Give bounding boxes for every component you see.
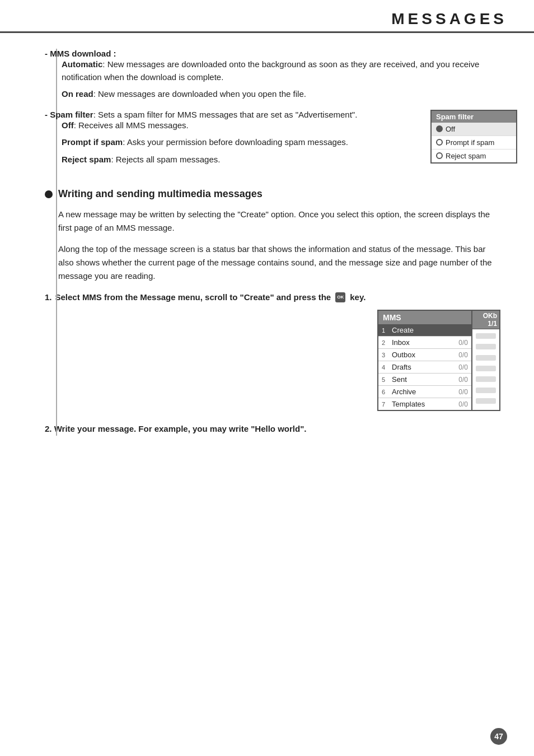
mms-download-section: - MMS download : Automatic: New messages… xyxy=(34,49,500,101)
mms-menu-container: MMS 1 Create 2 Inbox 0/0 xyxy=(45,310,500,411)
writing-para2: Along the top of the message screen is a… xyxy=(58,242,500,283)
prompt-term: Prompt if spam xyxy=(62,137,123,147)
automatic-desc: : New messages are downloaded onto the b… xyxy=(62,59,479,82)
step-2-num: 2. xyxy=(45,424,52,433)
ok-bar-line-2 xyxy=(476,344,496,349)
ok-bar-line-4 xyxy=(476,366,496,371)
mms-row-4-name: Drafts xyxy=(392,363,456,371)
spam-filter-prompt-label: Prompt if spam xyxy=(446,138,494,147)
ok-bar-line-5 xyxy=(476,376,496,382)
mms-row-5-num: 5 xyxy=(382,376,390,383)
ok-bar-label: OKb1/1 xyxy=(472,311,499,329)
step-1-label: 1. Select MMS from the Message menu, scr… xyxy=(45,291,500,304)
step-2-label: 2. Write your message. For example, you … xyxy=(45,422,500,436)
mms-row-5-count: 0/0 xyxy=(458,376,468,384)
mms-row-7-count: 0/0 xyxy=(458,400,468,408)
mms-menu-title: MMS xyxy=(378,311,471,324)
spam-filter-label-rest: : Sets a spam filter for MMS messages th… xyxy=(93,110,358,119)
mms-row-7-name: Templates xyxy=(392,400,456,408)
radio-prompt-icon xyxy=(436,139,443,146)
mms-row-inbox[interactable]: 2 Inbox 0/0 xyxy=(378,337,471,349)
ok-bar-line-6 xyxy=(476,388,496,393)
spam-filter-option-reject[interactable]: Reject spam xyxy=(432,150,516,162)
mms-row-sent[interactable]: 5 Sent 0/0 xyxy=(378,374,471,386)
mms-download-label: - MMS download : xyxy=(45,49,500,58)
writing-para1: A new message may be written by selectin… xyxy=(58,208,500,235)
radio-reject-icon xyxy=(436,152,443,159)
page-header: MESSAGES xyxy=(0,0,534,33)
spam-filter-popup: Spam filter Off Prompt if spam Reject sp… xyxy=(430,110,517,164)
step-2-text: Write your message. For example, you may… xyxy=(54,424,307,433)
step-1-text: Select MMS from the Message menu, scroll… xyxy=(55,291,331,304)
left-border xyxy=(56,49,57,436)
mms-row-5-name: Sent xyxy=(392,375,456,384)
mms-row-3-num: 3 xyxy=(382,352,390,358)
mms-row-archive[interactable]: 6 Archive 0/0 xyxy=(378,386,471,398)
mms-row-2-num: 2 xyxy=(382,339,390,346)
mms-row-4-count: 0/0 xyxy=(458,363,468,371)
page-number: 47 xyxy=(490,728,507,745)
mms-menu-box: MMS 1 Create 2 Inbox 0/0 xyxy=(377,310,472,411)
off-term: Off xyxy=(62,120,74,130)
onread-block: On read: New messages are downloaded whe… xyxy=(62,88,500,101)
step-1-text2: key. xyxy=(350,291,366,304)
spam-filter-option-off[interactable]: Off xyxy=(432,123,516,136)
mms-menu-wrapper: MMS 1 Create 2 Inbox 0/0 xyxy=(377,310,500,411)
spam-filter-option-prompt[interactable]: Prompt if spam xyxy=(432,136,516,150)
bullet-dot-icon xyxy=(45,190,53,198)
step-1-num: 1. xyxy=(45,291,52,304)
spam-filter-popup-title: Spam filter xyxy=(432,111,516,123)
step-1: 1. Select MMS from the Message menu, scr… xyxy=(45,291,500,411)
radio-off-icon xyxy=(436,125,443,132)
mms-row-create[interactable]: 1 Create xyxy=(378,324,471,337)
onread-term: On read xyxy=(62,89,93,99)
reject-desc: : Rejects all spam messages. xyxy=(111,155,220,164)
prompt-desc: : Asks your permission before downloadin… xyxy=(123,137,348,147)
ok-bar-line-1 xyxy=(476,333,496,339)
ok-bar-line-7 xyxy=(476,398,496,404)
mms-row-3-name: Outbox xyxy=(392,351,456,359)
writing-section: Writing and sending multimedia messages … xyxy=(34,188,500,436)
spam-filter-section: - Spam filter: Sets a spam filter for MM… xyxy=(34,110,500,166)
mms-row-outbox[interactable]: 3 Outbox 0/0 xyxy=(378,349,471,361)
writing-heading: Writing and sending multimedia messages xyxy=(58,188,263,200)
ok-key-icon xyxy=(335,292,345,302)
spam-filter-off-label: Off xyxy=(446,125,455,133)
mms-row-drafts[interactable]: 4 Drafts 0/0 xyxy=(378,361,471,374)
step-2: 2. Write your message. For example, you … xyxy=(45,422,500,436)
automatic-term: Automatic xyxy=(62,59,102,69)
page-title: MESSAGES xyxy=(27,10,507,28)
mms-row-1-num: 1 xyxy=(382,327,390,334)
ok-bar-lines xyxy=(472,329,499,410)
mms-row-7-num: 7 xyxy=(382,401,390,408)
writing-heading-row: Writing and sending multimedia messages xyxy=(45,188,500,200)
mms-row-6-name: Archive xyxy=(392,388,456,396)
mms-row-6-count: 0/0 xyxy=(458,388,468,396)
automatic-block: Automatic: New messages are downloaded o… xyxy=(62,58,500,83)
spam-filter-reject-label: Reject spam xyxy=(446,152,486,160)
ok-bar-line-3 xyxy=(476,355,496,361)
mms-row-2-name: Inbox xyxy=(392,338,456,347)
mms-row-templates[interactable]: 7 Templates 0/0 xyxy=(378,398,471,410)
off-desc: : Receives all MMS messages. xyxy=(74,120,189,130)
mms-row-3-count: 0/0 xyxy=(458,351,468,359)
reject-term: Reject spam xyxy=(62,155,111,164)
mms-row-1-name: Create xyxy=(392,326,468,334)
mms-row-4-num: 4 xyxy=(382,364,390,371)
mms-row-6-num: 6 xyxy=(382,389,390,395)
mms-row-2-count: 0/0 xyxy=(458,339,468,347)
spam-filter-label: - Spam filter xyxy=(45,110,93,119)
onread-desc: : New messages are downloaded when you o… xyxy=(93,89,306,99)
ok-bar: OKb1/1 xyxy=(472,310,500,411)
